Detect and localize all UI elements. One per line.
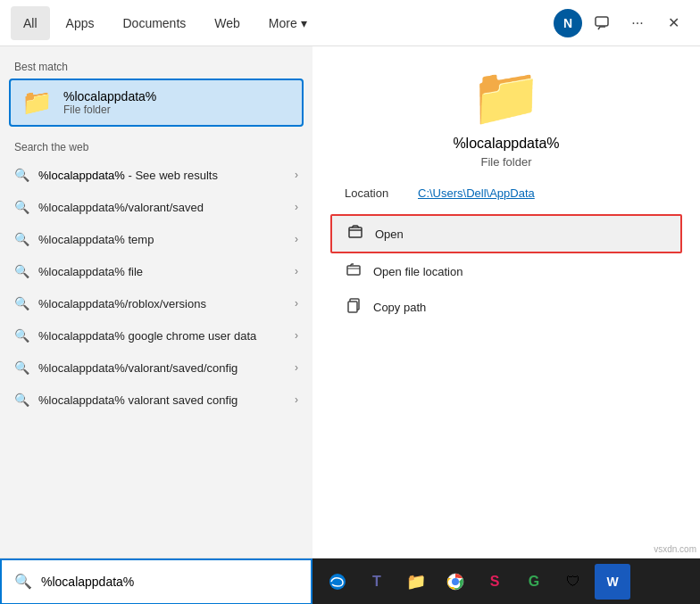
taskbar-word-icon[interactable]: W [595,564,630,600]
folder-icon: 📁 [21,90,53,115]
taskbar-files-icon[interactable]: 📁 [398,564,434,600]
open-file-location-icon [345,261,362,281]
search-icon: 🔍 [14,360,29,375]
bottom-bar: 🔍 T 📁 S G 🛡 W [0,558,700,604]
close-icon[interactable]: ✕ [657,7,689,39]
chevron-right-icon: › [295,393,298,406]
taskbar-vpn-icon[interactable]: 🛡 [555,564,591,600]
result-label: %localappdata% temp [38,233,286,246]
location-label: Location [345,186,407,200]
svg-rect-2 [347,266,360,275]
search-icon: 🔍 [14,200,29,214]
copy-path-label: Copy path [373,301,426,314]
best-match-label: Best match [0,57,312,79]
search-icon: 🔍 [14,232,29,246]
chevron-right-icon: › [295,329,298,342]
chevron-right-icon: › [295,169,298,181]
svg-rect-4 [348,302,357,312]
right-panel: 📁 %localappdata% File folder Location C:… [312,46,700,558]
best-match-title: %localappdata% [63,89,156,103]
tab-web[interactable]: Web [202,6,253,40]
avatar[interactable]: N [554,9,582,37]
open-label: Open [375,228,404,241]
chevron-right-icon: › [295,265,298,277]
chevron-right-icon: › [295,233,298,245]
open-button[interactable]: Open [330,214,682,253]
copy-path-button[interactable]: Copy path [330,289,682,325]
list-item[interactable]: 🔍 %localappdata% google chrome user data… [0,319,312,352]
tab-more[interactable]: More ▾ [256,6,320,40]
open-file-location-label: Open file location [373,265,462,278]
taskbar-teams-icon[interactable]: T [359,564,395,600]
search-input[interactable] [41,575,298,589]
search-icon: 🔍 [14,573,32,590]
taskbar-edge-icon[interactable] [320,564,355,600]
taskbar-maps-icon[interactable]: G [516,564,552,600]
result-label: %localappdata% google chrome user data [38,329,286,343]
search-web-section: Search the web 🔍 %localappdata% - See we… [0,130,312,419]
chevron-down-icon: ▾ [301,16,307,30]
chevron-right-icon: › [295,297,298,310]
svg-rect-1 [349,228,362,237]
result-label: %localappdata%/roblox/versions [38,297,286,310]
taskbar-slack-icon[interactable]: S [477,564,512,600]
detail-subtitle: File folder [480,155,531,169]
list-item[interactable]: 🔍 %localappdata% file › [0,255,312,287]
open-file-location-button[interactable]: Open file location [330,253,682,289]
list-item[interactable]: 🔍 %localappdata%/roblox/versions › [0,287,312,319]
list-item[interactable]: 🔍 %localappdata%/valorant/saved/config › [0,352,312,384]
best-match-item[interactable]: 📁 %localappdata% File folder [9,79,304,127]
best-match-subtitle: File folder [63,103,156,116]
search-web-label: Search the web [0,137,312,159]
open-icon [346,224,364,244]
list-item[interactable]: 🔍 %localappdata% temp › [0,223,312,255]
result-label: %localappdata%/valorant/saved/config [38,361,286,375]
taskbar: T 📁 S G 🛡 W [312,558,700,605]
result-label: %localappdata% valorant saved config [38,393,286,407]
ellipsis-icon[interactable]: ··· [621,7,654,39]
detail-location: Location C:\Users\Dell\AppData [330,186,682,200]
action-list: Open Open file location [330,214,682,325]
watermark: vsxdn.com [654,544,696,554]
detail-folder-icon: 📁 [471,68,542,125]
search-icon: 🔍 [14,168,29,182]
search-icon: 🔍 [14,264,29,278]
copy-path-icon [345,297,362,317]
chevron-right-icon: › [295,361,298,374]
left-panel: Best match 📁 %localappdata% File folder … [0,46,312,558]
list-item[interactable]: 🔍 %localappdata% valorant saved config › [0,384,312,416]
detail-title: %localappdata% [453,136,559,152]
feedback-icon[interactable] [586,7,618,39]
list-item[interactable]: 🔍 %localappdata%/valorant/saved › [0,191,312,223]
tab-apps[interactable]: Apps [54,6,107,40]
chevron-right-icon: › [295,201,298,213]
result-label: %localappdata%/valorant/saved [38,201,286,214]
taskbar-chrome-icon[interactable] [438,564,473,600]
search-icon: 🔍 [14,296,29,310]
search-icon: 🔍 [14,393,29,407]
tab-all[interactable]: All [11,6,50,40]
result-label: %localappdata% file [38,265,286,278]
svg-point-8 [453,579,458,584]
main-content: Best match 📁 %localappdata% File folder … [0,46,700,558]
top-nav: All Apps Documents Web More ▾ N ··· ✕ [0,0,700,46]
list-item[interactable]: 🔍 %localappdata% - See web results › [0,159,312,191]
search-icon: 🔍 [14,328,29,343]
svg-rect-0 [596,17,608,26]
location-link[interactable]: C:\Users\Dell\AppData [418,186,535,200]
result-label: %localappdata% - See web results [38,169,286,182]
tab-documents[interactable]: Documents [110,6,198,40]
search-box: 🔍 [0,558,312,605]
